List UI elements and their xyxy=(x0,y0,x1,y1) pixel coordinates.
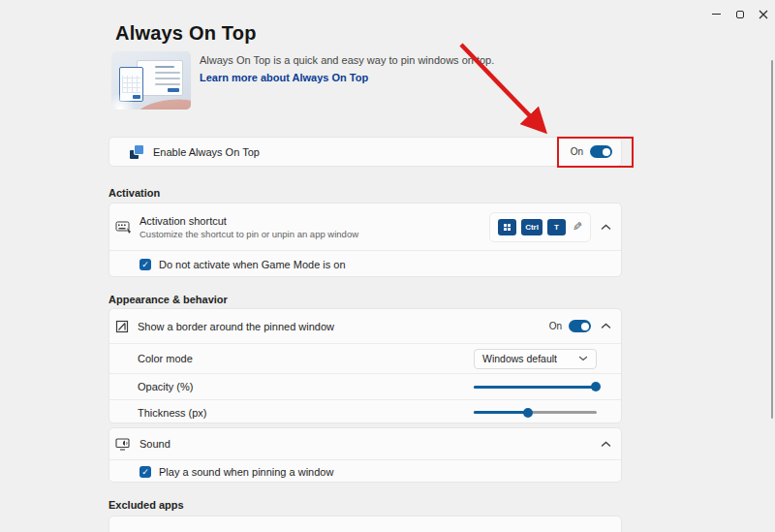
border-expander-row[interactable]: Show a border around the pinned window O… xyxy=(109,309,621,343)
minimize-button[interactable] xyxy=(704,2,728,26)
section-label-excluded-apps: Excluded apps xyxy=(108,499,184,511)
activation-shortcut-row[interactable]: Activation shortcut Customize the shortc… xyxy=(109,203,621,250)
chevron-up-icon xyxy=(601,323,611,329)
thickness-slider-thumb[interactable] xyxy=(523,408,533,418)
win-keycap xyxy=(498,219,516,235)
close-icon xyxy=(759,10,768,19)
color-mode-row: Color mode Windows default xyxy=(109,343,621,373)
color-mode-label: Color mode xyxy=(138,353,193,364)
border-toggle-state: On xyxy=(549,321,562,331)
section-label-activation: Activation xyxy=(108,187,160,199)
t-keycap: T xyxy=(547,219,566,235)
color-mode-dropdown[interactable]: Windows default xyxy=(474,349,597,369)
sound-icon xyxy=(115,438,131,451)
section-label-appearance: Appearance & behavior xyxy=(108,294,228,305)
maximize-button[interactable] xyxy=(728,2,752,26)
border-toggle[interactable] xyxy=(569,320,591,332)
game-mode-checkbox[interactable] xyxy=(140,259,151,270)
sound-card: Sound Play a sound when pinning a window xyxy=(108,427,622,483)
keyboard-shortcut-icon xyxy=(115,220,132,235)
play-sound-checkbox[interactable] xyxy=(140,466,151,478)
enable-always-on-top-card: Enable Always On Top On xyxy=(108,137,622,167)
always-on-top-icon xyxy=(130,145,143,159)
enable-toggle-state: On xyxy=(571,146,583,157)
activation-card: Activation shortcut Customize the shortc… xyxy=(108,203,622,277)
game-mode-label: Do not activate when Game Mode is on xyxy=(159,259,346,270)
opacity-slider-thumb[interactable] xyxy=(591,382,601,391)
border-label: Show a border around the pinned window xyxy=(138,321,334,332)
chevron-up-icon xyxy=(601,441,611,448)
vertical-scrollbar[interactable] xyxy=(771,60,774,419)
thickness-label: Thickness (px) xyxy=(138,407,207,419)
excluded-apps-row[interactable]: Excluded apps xyxy=(109,516,621,532)
border-pen-icon xyxy=(115,320,129,333)
game-mode-row: Do not activate when Game Mode is on xyxy=(109,250,621,277)
chevron-down-icon xyxy=(578,356,588,361)
shortcut-keys-group: Ctrl T ✎ xyxy=(489,212,591,242)
activation-shortcut-title: Activation shortcut xyxy=(140,215,358,227)
excluded-apps-card: Excluded apps xyxy=(108,516,622,532)
minimize-icon xyxy=(712,14,721,15)
sound-expander-row[interactable]: Sound xyxy=(109,428,621,459)
always-on-top-preview-image xyxy=(111,51,191,110)
hero-mini-settings-window xyxy=(137,60,183,96)
thickness-slider[interactable] xyxy=(474,408,597,417)
activation-shortcut-subtitle: Customize the shortcut to pin or unpin a… xyxy=(140,229,358,239)
close-button[interactable] xyxy=(752,2,775,26)
appearance-card: Show a border around the pinned window O… xyxy=(108,308,622,423)
play-sound-label: Play a sound when pinning a window xyxy=(159,466,333,478)
enable-toggle[interactable] xyxy=(590,145,612,158)
opacity-label: Opacity (%) xyxy=(138,381,193,392)
opacity-row: Opacity (%) xyxy=(109,373,621,399)
enable-label: Enable Always On Top xyxy=(153,146,260,158)
learn-more-link[interactable]: Learn more about Always On Top xyxy=(200,72,368,83)
opacity-slider[interactable] xyxy=(474,383,597,391)
page-title: Always On Top xyxy=(115,22,257,45)
hero-decoration xyxy=(136,96,191,110)
windows-logo-icon xyxy=(504,224,511,231)
edit-shortcut-icon[interactable]: ✎ xyxy=(573,220,582,234)
maximize-icon xyxy=(736,11,744,18)
sound-label: Sound xyxy=(140,438,170,450)
page-description: Always On Top is a quick and easy way to… xyxy=(200,54,548,66)
chevron-up-icon xyxy=(601,224,611,231)
color-mode-value: Windows default xyxy=(482,353,578,364)
ctrl-keycap: Ctrl xyxy=(521,219,542,235)
play-sound-row: Play a sound when pinning a window xyxy=(109,459,621,483)
powertoys-always-on-top-window: Always On Top Always On Top is a quick a… xyxy=(0,0,775,532)
thickness-row: Thickness (px) xyxy=(109,399,621,424)
